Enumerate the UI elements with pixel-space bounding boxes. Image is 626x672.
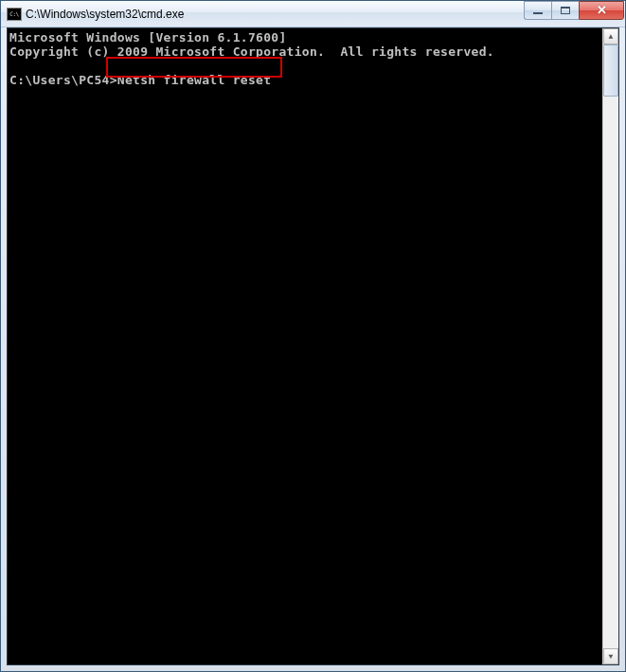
minimize-icon <box>533 12 543 14</box>
close-button[interactable]: ✕ <box>579 1 624 20</box>
close-icon: ✕ <box>597 3 607 17</box>
console-output[interactable]: Microsoft Windows [Version 6.1.7600] Cop… <box>8 28 602 664</box>
cmd-window: C:\ C:\Windows\system32\cmd.exe ✕ Micros… <box>0 0 626 672</box>
scroll-down-button[interactable]: ▼ <box>603 648 618 664</box>
window-title: C:\Windows\system32\cmd.exe <box>26 8 524 21</box>
copyright-line: Copyright (c) 2009 Microsoft Corporation… <box>9 44 494 59</box>
prompt: C:\Users\PC54> <box>9 73 117 87</box>
minimize-button[interactable] <box>524 1 551 20</box>
scroll-track[interactable] <box>603 44 618 648</box>
maximize-icon <box>561 7 570 14</box>
client-area: Microsoft Windows [Version 6.1.7600] Cop… <box>7 27 619 665</box>
scroll-thumb[interactable] <box>603 44 618 97</box>
vertical-scrollbar[interactable]: ▲ ▼ <box>602 28 618 664</box>
version-line: Microsoft Windows [Version 6.1.7600] <box>9 30 287 44</box>
chevron-down-icon: ▼ <box>609 652 614 661</box>
title-bar[interactable]: C:\ C:\Windows\system32\cmd.exe ✕ <box>1 1 625 27</box>
command-input[interactable]: Netsh firewall reset <box>117 73 272 87</box>
scroll-up-button[interactable]: ▲ <box>603 28 618 44</box>
window-controls: ✕ <box>524 1 624 20</box>
chevron-up-icon: ▲ <box>609 32 614 41</box>
cmd-icon: C:\ <box>7 8 22 21</box>
maximize-button[interactable] <box>551 1 579 20</box>
